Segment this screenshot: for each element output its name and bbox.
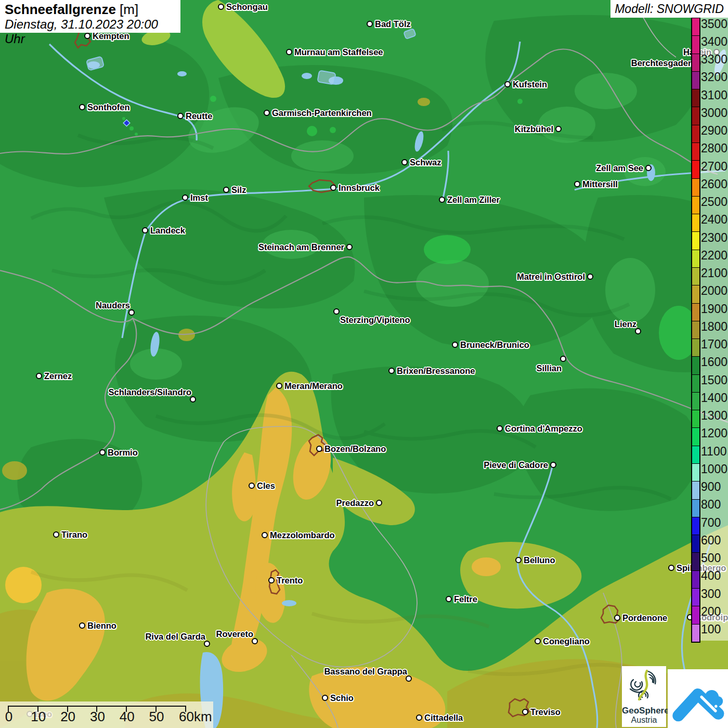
colorbar-segment-2500 (692, 196, 699, 214)
colorbar-segment-3100 (692, 89, 699, 107)
map-title: Schneefallgrenze (5, 2, 116, 17)
city-label: Mittersill (582, 179, 618, 189)
colorbar-segment-3300 (692, 54, 699, 71)
city-dot (79, 622, 85, 629)
colorbar-segment-2700 (692, 160, 699, 178)
colorbar-tick-label: 2200 (701, 249, 728, 262)
city-label: Predazzo (336, 498, 374, 508)
colorbar-segment-1700 (692, 339, 699, 356)
colorbar-segment-2300 (692, 231, 699, 249)
city-label: Steinach am Brenner (258, 242, 344, 252)
city-label: Cles (257, 481, 275, 491)
city-label: Bruneck/Brunico (460, 340, 529, 350)
city-dot (182, 194, 188, 201)
city-label: Meran/Merano (284, 381, 343, 391)
colorbar-tick-label: 3100 (701, 89, 728, 102)
colorbar-tick-label: 3000 (701, 107, 728, 120)
city-label: Bienno (87, 621, 116, 631)
colorbar-segment-1100 (692, 446, 699, 463)
city-dot (535, 638, 541, 644)
city-dot (218, 4, 224, 10)
colorbar-tick-label: 2700 (701, 160, 728, 173)
colorbar-tick-label: 700 (701, 516, 728, 529)
colorbar-segment-2000 (692, 285, 699, 303)
city-label: Rovereto (216, 629, 253, 639)
colorbar-tick-label: 200 (701, 605, 728, 618)
city-dot (446, 596, 452, 602)
colorbar-tick-label: 400 (701, 569, 728, 582)
colorbar-segment-700 (692, 517, 699, 535)
city-label: Zernez (44, 371, 72, 381)
city-dot (515, 557, 522, 563)
city-dot (142, 227, 148, 233)
colorbar-segment-1800 (692, 321, 699, 339)
city-label: Bad Tölz (375, 19, 411, 29)
city-label: Kitzbühel (515, 124, 553, 134)
city-dot (574, 181, 580, 187)
city-label: Cortina d'Ampezzo (505, 424, 582, 434)
colorbar-tick-label: 2500 (701, 196, 728, 209)
colorbar-tick-label: 1300 (701, 409, 728, 422)
colorbar-tick-label: 3400 (701, 35, 728, 48)
city-label: Pieve di Cadore (484, 460, 548, 470)
colorbar-tick-label: 2600 (701, 178, 728, 191)
colorbar-segment-300 (692, 588, 699, 606)
city-dot (79, 104, 85, 110)
colorbar-tick-label: 300 (701, 588, 728, 601)
city-label: Innsbruck (339, 183, 380, 193)
city-label: Matrei in Osttirol (517, 272, 585, 282)
geosphere-logo: GeoSphere Austria (622, 666, 666, 727)
city-dot (645, 165, 652, 171)
city-dot (330, 185, 336, 191)
scalebar-label: 40 (120, 709, 135, 725)
city-dot (249, 483, 255, 489)
city-label: Schlanders/Silandro (108, 387, 191, 397)
city-dot (504, 81, 511, 87)
city-label: Imst (190, 193, 208, 203)
colorbar-segment-1000 (692, 463, 699, 481)
colorbar-tick-label: 1500 (701, 374, 728, 387)
city-dot (346, 244, 353, 250)
mountain-cloud-logo (668, 669, 728, 728)
city-layer: SchongauBad TölzKemptenMurnau am Staffel… (0, 0, 728, 728)
scalebar: 0102030405060km (0, 701, 213, 728)
colorbar-segment-2900 (692, 125, 699, 142)
city-dot (416, 714, 422, 721)
colorbar-segment-1300 (692, 410, 699, 427)
city-dot (614, 615, 620, 621)
city-dot (223, 187, 229, 193)
colorbar-segment-200 (692, 606, 699, 623)
city-dot (286, 49, 292, 55)
city-label: Lienz (615, 319, 636, 329)
city-label: Nauders (96, 301, 130, 310)
city-dot (276, 383, 282, 389)
colorbar-segment-500 (692, 552, 699, 570)
geosphere-logo-icon (626, 669, 662, 704)
colorbar-tick-label: 800 (701, 498, 728, 511)
scalebar-label: 60km (179, 709, 212, 725)
colorbar-tick-label: 1700 (701, 338, 728, 351)
colorbar-segment-3400 (692, 35, 699, 53)
city-label: Reutte (186, 111, 212, 121)
colorbar-segment-2400 (692, 214, 699, 231)
colorbar-tick-label: 2000 (701, 284, 728, 297)
city-label: Tirano (61, 530, 87, 540)
geosphere-logo-text: GeoSphere (622, 706, 666, 716)
colorbar-segment-400 (692, 570, 699, 588)
colorbar-tick-label: 3200 (701, 71, 728, 84)
city-label: Schio (330, 693, 354, 703)
city-dot (367, 21, 373, 27)
city-label: Brixen/Bressanone (397, 366, 475, 376)
colorbar-tick-label: 2400 (701, 213, 728, 226)
colorbar-tick-label: 1600 (701, 356, 728, 369)
colorbar-tick-label: 2100 (701, 267, 728, 280)
city-dot (316, 446, 322, 452)
colorbar-tick-label: 900 (701, 480, 728, 493)
city-label: Sterzing/Vipiteno (340, 315, 410, 325)
colorbar-segment-600 (692, 535, 699, 552)
city-label: Berchtesgaden (631, 58, 693, 68)
city-label: Schwaz (410, 158, 441, 167)
city-dot (333, 308, 340, 315)
colorbar-segment-2800 (692, 142, 699, 160)
colorbar-segment-3000 (692, 107, 699, 124)
